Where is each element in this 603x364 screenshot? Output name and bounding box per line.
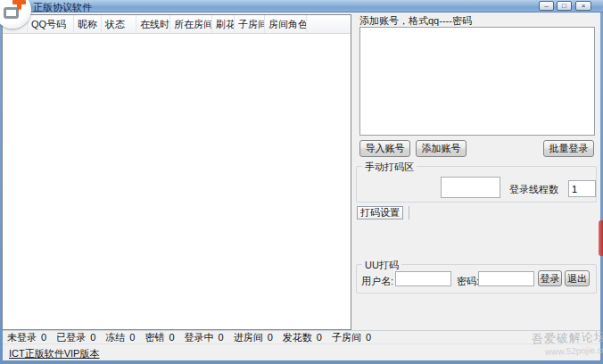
status-item: 未登录0	[7, 331, 46, 344]
version-link[interactable]: ICT正版软件VIP版本	[9, 347, 99, 360]
logo-screen-icon	[4, 7, 19, 19]
status-item: 登录中0	[185, 331, 224, 344]
import-accounts-button[interactable]: 导入账号	[359, 140, 410, 157]
exit-button[interactable]: 退出	[565, 270, 590, 286]
thread-count-label: 登录线程数	[509, 183, 558, 196]
login-button[interactable]: 登录	[538, 270, 562, 286]
column-header[interactable]: 昵称	[74, 15, 102, 33]
app-logo	[0, 0, 31, 29]
status-item: 子房间0	[332, 331, 371, 344]
password-label: 密码:	[457, 275, 479, 288]
logo-plus-icon	[12, 0, 26, 4]
app-window: 正版协议软件 – □ × QQ号码昵称状态在线时长所在房间号刷花子房间房间角色 …	[0, 0, 603, 364]
column-header[interactable]: 子房间	[235, 15, 265, 33]
version-bar: ICT正版软件VIP版本	[3, 343, 600, 360]
column-header-filler	[307, 15, 351, 33]
username-label: 用户名:	[361, 275, 393, 288]
table-header-row: QQ号码昵称状态在线时长所在房间号刷花子房间房间角色	[3, 15, 351, 34]
close-button[interactable]: ×	[575, 1, 591, 11]
column-header[interactable]: 房间角色	[265, 15, 307, 33]
uu-captcha-group-label: UU打码	[362, 259, 401, 272]
status-item: 已登录0	[56, 331, 95, 344]
status-item: 密错0	[145, 331, 174, 344]
account-list-body[interactable]	[3, 34, 351, 329]
column-header[interactable]: 所在房间号	[170, 15, 212, 33]
manual-captcha-group-label: 手动打码区	[362, 161, 417, 174]
password-field[interactable]	[478, 271, 534, 286]
add-accounts-label: 添加账号，格式qq----密码	[359, 14, 472, 28]
column-header[interactable]: 刷花	[212, 15, 235, 33]
column-header[interactable]: 状态	[102, 15, 136, 33]
minimize-button[interactable]: –	[539, 1, 554, 11]
username-field[interactable]	[395, 271, 451, 286]
add-accounts-button[interactable]: 添加账号	[416, 140, 467, 157]
accounts-textarea[interactable]	[359, 27, 595, 136]
batch-login-button[interactable]: 批量登录	[543, 140, 594, 157]
status-bar: 未登录0已登录0冻结0密错0登录中0进房间0发花数0子房间0	[3, 330, 600, 343]
status-item: 冻结0	[105, 331, 135, 344]
status-item: 发花数0	[283, 331, 322, 344]
maximize-button[interactable]: □	[557, 1, 572, 11]
column-header[interactable]: 在线时长	[136, 15, 170, 33]
tab-strip-divider	[409, 206, 409, 219]
account-list: QQ号码昵称状态在线时长所在房间号刷花子房间房间角色	[2, 14, 351, 330]
status-item: 进房间0	[234, 331, 273, 344]
column-header[interactable]: QQ号码	[28, 15, 74, 33]
captcha-input[interactable]	[441, 177, 500, 198]
red-stamp-mark	[599, 220, 603, 256]
tab-captcha-settings[interactable]: 打码设置	[357, 206, 403, 219]
thread-count-input[interactable]	[568, 180, 596, 197]
